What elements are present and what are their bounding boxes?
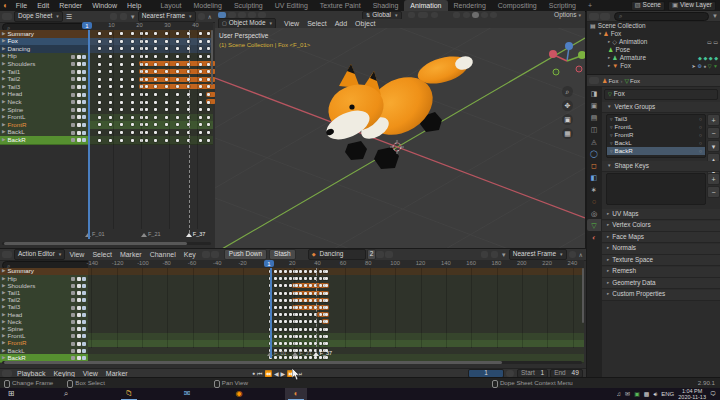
unlock-icon[interactable]: ○ — [699, 117, 702, 122]
workspace-tab-rendering[interactable]: Rendering — [448, 0, 492, 11]
keyframe[interactable] — [289, 335, 292, 338]
lock-icon[interactable] — [82, 100, 86, 104]
disclosure-arrow-icon[interactable]: ▾ — [599, 32, 601, 37]
section-normals[interactable]: ▸Normals — [602, 244, 720, 255]
keyframe[interactable] — [207, 55, 210, 58]
checkbox-icon[interactable] — [77, 277, 81, 281]
keyframe[interactable] — [309, 292, 312, 295]
keyframe[interactable] — [289, 349, 292, 352]
menu-add[interactable]: Add — [331, 20, 351, 27]
marker-label[interactable]: F_21 — [148, 232, 161, 238]
keyframe[interactable] — [295, 328, 298, 331]
modifier-icon[interactable] — [71, 62, 75, 66]
keyframe[interactable] — [207, 63, 210, 66]
expand-arrow-icon[interactable]: ▶ — [2, 356, 5, 361]
bone-icon[interactable]: ◆ — [698, 56, 702, 61]
unlock-icon[interactable]: ○ — [699, 149, 702, 154]
blender-taskbar-icon[interactable]: ◐ — [285, 388, 307, 400]
volume-tray-icon[interactable]: 🔊︎ — [653, 391, 657, 397]
modifier-icon[interactable] — [71, 277, 75, 281]
action-icon[interactable]: ▭ — [707, 40, 712, 45]
keyframe[interactable] — [131, 93, 134, 96]
workspace-tab-sculpting[interactable]: Sculpting — [228, 0, 269, 11]
lock-icon[interactable] — [82, 62, 86, 66]
menu-marker[interactable]: Marker — [116, 251, 146, 258]
keyframe[interactable] — [279, 292, 282, 295]
keyframe[interactable] — [199, 70, 202, 73]
breadcrumb-data[interactable]: Fox — [630, 78, 640, 84]
keyframe[interactable] — [299, 292, 302, 295]
taskbar-search-icon[interactable]: ⌕ — [55, 388, 77, 400]
keyframe[interactable] — [289, 342, 292, 345]
keyframe[interactable] — [176, 131, 179, 134]
keyframe[interactable] — [299, 277, 302, 280]
keyframe[interactable] — [165, 139, 168, 142]
lock-icon[interactable] — [82, 277, 86, 281]
unlock-icon[interactable]: ○ — [699, 133, 702, 138]
outliner-search-input[interactable]: ⌕ — [614, 12, 709, 21]
modifier-icon[interactable] — [71, 298, 75, 302]
keyframe[interactable] — [131, 55, 134, 58]
lock-icon[interactable] — [82, 108, 86, 112]
keyframe[interactable] — [131, 116, 134, 119]
keyframe[interactable] — [284, 313, 287, 316]
keyframe[interactable] — [145, 116, 148, 119]
keyframe[interactable] — [165, 131, 168, 134]
lock-icon[interactable] — [82, 55, 86, 59]
remove-vertex-group-button[interactable]: − — [707, 127, 720, 139]
menu-view[interactable]: View — [280, 20, 303, 27]
bone-icon[interactable]: ◆ — [714, 56, 718, 61]
microphone-tray-icon[interactable]: ♫ — [617, 391, 622, 397]
expand-arrow-icon[interactable]: ▶ — [2, 100, 5, 105]
keyframe[interactable] — [131, 108, 134, 111]
keyframe[interactable] — [109, 63, 112, 66]
timeline-editor-icon[interactable] — [2, 370, 12, 377]
view-layer-selector[interactable]: ▣ View Layer — [668, 1, 716, 11]
keyframe[interactable] — [207, 139, 210, 142]
keyframe[interactable] — [145, 93, 148, 96]
expand-arrow-icon[interactable]: ▶ — [2, 130, 5, 135]
keyframe[interactable] — [304, 313, 307, 316]
collapsed-menus-icon[interactable]: ☰ — [66, 13, 72, 20]
keyframe[interactable] — [154, 131, 157, 134]
tab-output-properties[interactable]: ▤ — [587, 111, 601, 123]
lock-icon[interactable] — [82, 70, 86, 74]
keyframe[interactable] — [289, 299, 292, 302]
keyframe[interactable] — [165, 63, 168, 66]
keyframe[interactable] — [176, 93, 179, 96]
keyframe[interactable] — [199, 123, 202, 126]
marker-label[interactable]: F_37 — [320, 351, 333, 357]
keyframe[interactable] — [98, 139, 101, 142]
keyframe[interactable] — [289, 306, 292, 309]
expand-arrow-icon[interactable]: ▶ — [2, 115, 5, 120]
checkbox-icon[interactable] — [77, 327, 81, 331]
modifier-icon[interactable] — [71, 115, 75, 119]
keyframe[interactable] — [299, 335, 302, 338]
modifier-icon[interactable] — [71, 313, 75, 317]
outliner-row-scene-collection[interactable]: ▤Scene Collection — [587, 22, 720, 30]
checkbox-icon[interactable] — [77, 349, 81, 353]
add-workspace-button[interactable]: + — [582, 0, 598, 11]
keyframe[interactable] — [207, 78, 210, 81]
expand-arrow-icon[interactable]: ▶ — [2, 77, 5, 82]
keyframe[interactable] — [284, 270, 287, 273]
keyframe[interactable] — [199, 108, 202, 111]
keyframe[interactable] — [279, 313, 282, 316]
keyframe[interactable] — [120, 131, 123, 134]
keyframe[interactable] — [98, 78, 101, 81]
keyframe[interactable] — [165, 108, 168, 111]
keyframe[interactable] — [98, 40, 101, 43]
keyframe[interactable] — [274, 299, 277, 302]
keyframe[interactable] — [145, 78, 148, 81]
keyframe[interactable] — [109, 139, 112, 142]
menu-view[interactable]: View — [65, 251, 88, 258]
action-icon[interactable]: ▭ — [713, 40, 718, 45]
keyframe[interactable] — [120, 63, 123, 66]
keyframe[interactable] — [154, 78, 157, 81]
keyframe[interactable] — [284, 277, 287, 280]
marker-triangle[interactable] — [141, 233, 147, 237]
tray-icon-a[interactable]: ✉ — [625, 391, 630, 397]
outliner-row-fox[interactable]: ▾♟Fox — [587, 30, 720, 38]
keyframe[interactable] — [207, 131, 210, 134]
keyframe[interactable] — [304, 356, 307, 359]
